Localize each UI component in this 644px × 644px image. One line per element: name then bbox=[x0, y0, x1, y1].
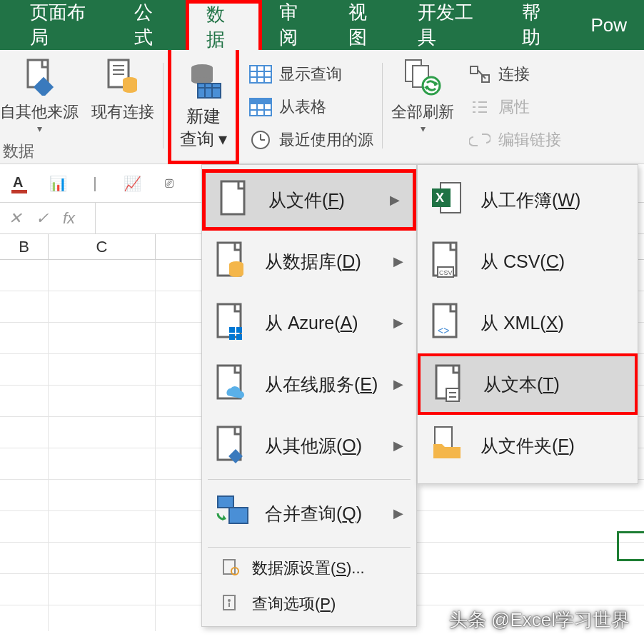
svg-rect-45 bbox=[221, 181, 244, 214]
separator: ｜ bbox=[83, 171, 107, 196]
gear-icon bbox=[222, 558, 242, 578]
clear-icon[interactable]: ⎚ bbox=[157, 171, 181, 196]
document-db-icon bbox=[103, 57, 143, 97]
tab-help[interactable]: 帮助 bbox=[505, 0, 574, 50]
from-table-button[interactable]: 从表格 bbox=[243, 93, 378, 121]
refresh-all-label: 全部刷新 bbox=[391, 101, 454, 123]
submenu-arrow-icon: ▶ bbox=[393, 253, 403, 269]
label: 合并查询(Q) bbox=[265, 502, 362, 525]
submenu-from-xml[interactable]: <> 从 XML(X) bbox=[418, 292, 638, 353]
show-queries-label: 显示查询 bbox=[279, 64, 342, 85]
chart-icon[interactable]: 📊 bbox=[46, 171, 70, 196]
properties-icon bbox=[467, 94, 493, 120]
cancel-icon[interactable]: ✕ bbox=[9, 209, 21, 228]
ribbon-group-label: 数据 bbox=[3, 141, 34, 162]
label: 从在线服务(E) bbox=[265, 373, 378, 396]
options-icon bbox=[222, 594, 242, 614]
tab-formulas[interactable]: 公式 bbox=[117, 0, 186, 50]
label: 从 CSV(C) bbox=[481, 250, 565, 273]
fx-icon[interactable]: fx bbox=[63, 209, 75, 228]
submenu-arrow-icon: ▶ bbox=[393, 315, 403, 331]
show-queries-button[interactable]: 显示查询 bbox=[243, 60, 378, 89]
svg-point-49 bbox=[229, 271, 243, 277]
menu-combine-queries[interactable]: 合并查询(Q) ▶ bbox=[202, 483, 416, 544]
svg-rect-61 bbox=[223, 560, 235, 574]
watermark: 头条 @Excel学习世界 bbox=[449, 608, 630, 633]
submenu-from-workbook[interactable]: X 从工作簿(W) bbox=[418, 169, 638, 231]
tab-review[interactable]: 审阅 bbox=[262, 0, 331, 50]
new-query-menu: 从文件(F) ▶ 从数据库(D) ▶ 从 Azure(A) ▶ 从在线服务(E)… bbox=[201, 164, 417, 627]
from-table-label: 从表格 bbox=[279, 96, 326, 118]
label: 数据源设置(S)... bbox=[252, 558, 365, 579]
connections-button[interactable]: 连接 bbox=[463, 60, 565, 89]
label: 从工作簿(W) bbox=[481, 188, 580, 212]
ribbon: 自其他来源 ▾ 现有连接 新建 查询 ▾ 显示查询 从表格 最近使用的源 bbox=[0, 50, 644, 164]
connections-label: 连接 bbox=[498, 64, 530, 85]
label: 从文本(T) bbox=[483, 373, 560, 396]
svg-point-8 bbox=[123, 87, 137, 93]
svg-rect-34 bbox=[471, 66, 478, 74]
svg-rect-58 bbox=[218, 496, 233, 508]
new-query-button[interactable]: 新建 查询 ▾ bbox=[168, 50, 239, 164]
tab-power[interactable]: Pow bbox=[573, 0, 644, 50]
submenu-from-folder[interactable]: 从文件夹(F) bbox=[418, 415, 638, 476]
folder-icon bbox=[431, 426, 468, 466]
connections-icon bbox=[467, 61, 493, 87]
chart-icon[interactable]: 📈 bbox=[120, 171, 144, 196]
tab-page-layout[interactable]: 页面布局 bbox=[13, 0, 117, 50]
cloud-file-icon bbox=[215, 364, 252, 404]
label: 从 Azure(A) bbox=[265, 311, 358, 335]
col-b[interactable]: B bbox=[0, 234, 49, 259]
recent-sources-button[interactable]: 最近使用的源 bbox=[243, 126, 378, 154]
ribbon-tabs: 页面布局 公式 数据 审阅 视图 开发工具 帮助 Pow bbox=[0, 0, 644, 50]
svg-point-31 bbox=[423, 77, 440, 94]
confirm-icon[interactable]: ✓ bbox=[36, 209, 49, 228]
menu-query-options[interactable]: 查询选项(P) bbox=[202, 586, 416, 622]
ribbon-separator bbox=[163, 63, 163, 149]
svg-rect-22 bbox=[250, 99, 271, 104]
refresh-all-button[interactable]: 全部刷新 ▾ bbox=[387, 50, 458, 163]
separator bbox=[95, 203, 96, 234]
document-diamond-icon bbox=[19, 57, 59, 97]
svg-text:X: X bbox=[436, 191, 444, 205]
svg-marker-60 bbox=[222, 515, 226, 520]
tab-data[interactable]: 数据 bbox=[186, 0, 262, 50]
existing-connections-button[interactable]: 现有连接 bbox=[87, 50, 159, 163]
link-icon bbox=[467, 127, 493, 153]
svg-rect-44 bbox=[11, 190, 27, 193]
menu-from-database[interactable]: 从数据库(D) ▶ bbox=[202, 231, 416, 292]
csv-icon: CSV bbox=[431, 241, 468, 281]
submenu-arrow-icon: ▶ bbox=[393, 376, 403, 392]
svg-rect-59 bbox=[229, 508, 248, 523]
menu-from-other[interactable]: 从其他源(O) ▶ bbox=[202, 415, 416, 476]
tab-view[interactable]: 视图 bbox=[331, 0, 401, 50]
dropdown-caret-icon: ▾ bbox=[37, 123, 42, 134]
edit-links-label: 编辑链接 bbox=[498, 129, 561, 151]
properties-button: 属性 bbox=[463, 93, 565, 121]
menu-datasource-settings[interactable]: 数据源设置(S)... bbox=[202, 550, 416, 586]
menu-from-online[interactable]: 从在线服务(E) ▶ bbox=[202, 353, 416, 415]
svg-rect-75 bbox=[446, 388, 459, 401]
submenu-from-csv[interactable]: CSV 从 CSV(C) bbox=[418, 231, 638, 292]
database-file-icon bbox=[215, 241, 252, 281]
submenu-from-text[interactable]: 从文本(T) bbox=[418, 353, 638, 415]
ribbon-separator bbox=[382, 63, 383, 149]
font-color-icon[interactable]: A bbox=[9, 171, 33, 196]
svg-point-64 bbox=[228, 599, 231, 602]
label: 从数据库(D) bbox=[265, 250, 361, 273]
xml-icon: <> bbox=[431, 303, 468, 343]
col-c[interactable]: C bbox=[49, 234, 156, 259]
table-icon bbox=[248, 61, 273, 87]
properties-label: 属性 bbox=[498, 96, 530, 118]
tab-developer[interactable]: 开发工具 bbox=[401, 0, 505, 50]
svg-text:A: A bbox=[13, 174, 23, 190]
svg-text:<>: <> bbox=[438, 325, 449, 336]
clock-icon bbox=[248, 127, 273, 153]
svg-rect-52 bbox=[236, 327, 242, 333]
azure-file-icon bbox=[215, 303, 252, 343]
new-query-icon bbox=[183, 61, 223, 101]
menu-from-azure[interactable]: 从 Azure(A) ▶ bbox=[202, 292, 416, 353]
diamond-file-icon bbox=[215, 426, 252, 466]
menu-from-file[interactable]: 从文件(F) ▶ bbox=[202, 169, 416, 231]
label: 从其他源(O) bbox=[265, 434, 362, 458]
